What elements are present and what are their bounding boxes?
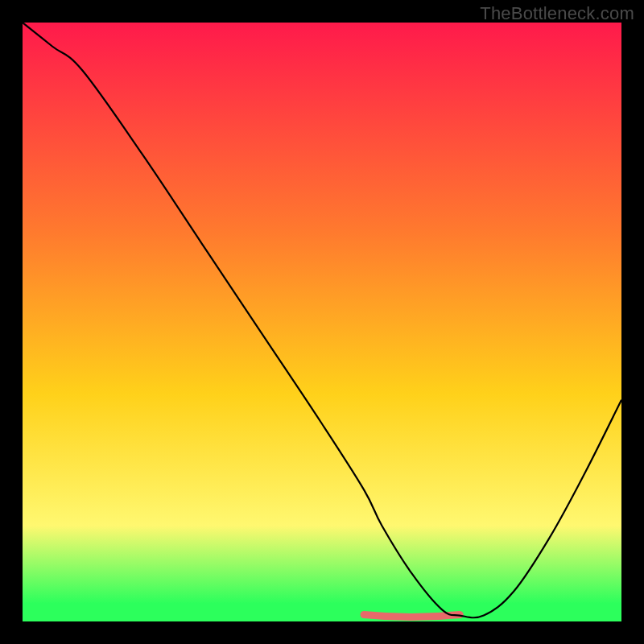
chart-area — [23, 23, 621, 621]
bottleneck-curve — [23, 23, 621, 617]
accent-band — [364, 615, 460, 617]
watermark-text: TheBottleneck.com — [480, 3, 634, 24]
chart-curve-layer — [23, 23, 621, 621]
